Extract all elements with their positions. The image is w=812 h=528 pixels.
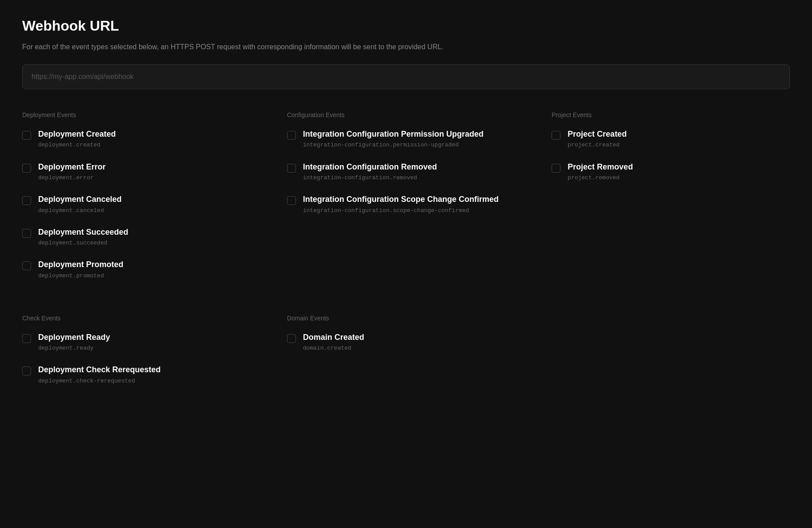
event-label: Project Removed	[568, 162, 633, 172]
bottom-sections-grid: Check EventsDeployment Readydeployment.r…	[22, 315, 790, 398]
section-domain-events: Domain EventsDomain Createddomain.create…	[287, 315, 525, 398]
checkbox-wrapper	[22, 129, 31, 140]
list-item: Integration Configuration Removedintegra…	[287, 162, 525, 182]
checkbox-wrapper	[287, 129, 296, 140]
event-code: deployment.promoted	[38, 272, 123, 280]
checkbox-wrapper	[552, 129, 560, 140]
checkbox-wrapper	[22, 227, 31, 238]
checkbox-wrapper	[287, 332, 296, 343]
event-content: Integration Configuration Removedintegra…	[303, 162, 437, 182]
checkbox-wrapper	[22, 194, 31, 205]
checkbox-wrapper	[22, 365, 31, 375]
event-label: Deployment Check Rerequested	[38, 365, 161, 375]
event-code: deployment.created	[38, 141, 116, 149]
event-content: Deployment Canceleddeployment.canceled	[38, 194, 122, 215]
section-title-check-events: Check Events	[22, 315, 260, 322]
checkbox-deployment-events-1[interactable]	[22, 164, 31, 173]
event-label: Deployment Ready	[38, 332, 110, 343]
event-code: deployment.ready	[38, 344, 110, 352]
top-sections-grid: Deployment EventsDeployment Createddeplo…	[22, 111, 790, 292]
section-title-deployment-events: Deployment Events	[22, 111, 260, 118]
event-content: Deployment Succeededdeployment.succeeded	[38, 227, 128, 248]
event-content: Integration Configuration Scope Change C…	[303, 194, 499, 215]
list-item: Deployment Check Rerequesteddeployment.c…	[22, 365, 260, 385]
section-title-project-events: Project Events	[552, 111, 790, 118]
event-content: Deployment Readydeployment.ready	[38, 332, 110, 353]
event-code: deployment.succeeded	[38, 239, 128, 247]
webhook-input-container	[22, 64, 790, 89]
checkbox-wrapper	[22, 332, 31, 343]
checkbox-check-events-0[interactable]	[22, 334, 31, 343]
event-content: Project Createdproject.created	[568, 129, 627, 150]
checkbox-deployment-events-2[interactable]	[22, 196, 31, 205]
event-code: deployment.error	[38, 174, 106, 182]
event-label: Deployment Promoted	[38, 260, 123, 270]
checkbox-deployment-events-0[interactable]	[22, 131, 31, 140]
list-item: Deployment Createddeployment.created	[22, 129, 260, 150]
event-label: Deployment Succeeded	[38, 227, 128, 237]
event-label: Integration Configuration Removed	[303, 162, 437, 172]
checkbox-configuration-events-2[interactable]	[287, 196, 296, 205]
event-label: Deployment Canceled	[38, 194, 122, 205]
event-code: integration-configuration.removed	[303, 174, 437, 182]
section-title-configuration-events: Configuration Events	[287, 111, 525, 118]
list-item: Deployment Canceleddeployment.canceled	[22, 194, 260, 215]
section-check-events: Check EventsDeployment Readydeployment.r…	[22, 315, 260, 398]
section-configuration-events: Configuration EventsIntegration Configur…	[287, 111, 525, 292]
event-code: deployment.check-rerequested	[38, 377, 161, 385]
event-code: deployment.canceled	[38, 207, 122, 215]
events-container: Deployment EventsDeployment Createddeplo…	[22, 111, 790, 398]
checkbox-configuration-events-0[interactable]	[287, 131, 296, 140]
list-item: Deployment Errordeployment.error	[22, 162, 260, 182]
checkbox-check-events-1[interactable]	[22, 366, 31, 375]
event-content: Deployment Errordeployment.error	[38, 162, 106, 182]
event-code: domain.created	[303, 344, 364, 352]
event-code: integration-configuration.permission-upg…	[303, 141, 484, 149]
list-item: Deployment Succeededdeployment.succeeded	[22, 227, 260, 248]
empty-cell	[552, 315, 790, 398]
checkbox-deployment-events-3[interactable]	[22, 229, 31, 238]
checkbox-domain-events-0[interactable]	[287, 334, 296, 343]
checkbox-deployment-events-4[interactable]	[22, 261, 31, 270]
list-item: Integration Configuration Scope Change C…	[287, 194, 525, 215]
list-item: Integration Configuration Permission Upg…	[287, 129, 525, 150]
event-content: Deployment Promoteddeployment.promoted	[38, 260, 123, 280]
event-code: project.created	[568, 141, 627, 149]
event-content: Deployment Createddeployment.created	[38, 129, 116, 150]
event-content: Project Removedproject.removed	[568, 162, 633, 182]
checkbox-project-events-0[interactable]	[552, 131, 560, 140]
checkbox-project-events-1[interactable]	[552, 164, 560, 173]
list-item: Domain Createddomain.created	[287, 332, 525, 353]
checkbox-wrapper	[287, 194, 296, 205]
event-content: Deployment Check Rerequesteddeployment.c…	[38, 365, 161, 385]
checkbox-wrapper	[552, 162, 560, 173]
checkbox-wrapper	[287, 162, 296, 173]
list-item: Deployment Readydeployment.ready	[22, 332, 260, 353]
event-label: Project Created	[568, 129, 627, 139]
event-label: Integration Configuration Scope Change C…	[303, 194, 499, 205]
event-content: Integration Configuration Permission Upg…	[303, 129, 484, 150]
event-label: Deployment Error	[38, 162, 106, 172]
list-item: Deployment Promoteddeployment.promoted	[22, 260, 260, 280]
section-title-domain-events: Domain Events	[287, 315, 525, 322]
page-title: Webhook URL	[22, 18, 790, 34]
webhook-url-input[interactable]	[22, 64, 790, 89]
checkbox-configuration-events-1[interactable]	[287, 164, 296, 173]
event-content: Domain Createddomain.created	[303, 332, 364, 353]
section-project-events: Project EventsProject Createdproject.cre…	[552, 111, 790, 292]
list-item: Project Removedproject.removed	[552, 162, 790, 182]
checkbox-wrapper	[22, 162, 31, 173]
event-label: Domain Created	[303, 332, 364, 343]
event-code: project.removed	[568, 174, 633, 182]
event-code: integration-configuration.scope-change-c…	[303, 207, 499, 215]
event-label: Deployment Created	[38, 129, 116, 139]
checkbox-wrapper	[22, 260, 31, 270]
section-deployment-events: Deployment EventsDeployment Createddeplo…	[22, 111, 260, 292]
event-label: Integration Configuration Permission Upg…	[303, 129, 484, 139]
list-item: Project Createdproject.created	[552, 129, 790, 150]
page-description: For each of the event types selected bel…	[22, 43, 790, 51]
